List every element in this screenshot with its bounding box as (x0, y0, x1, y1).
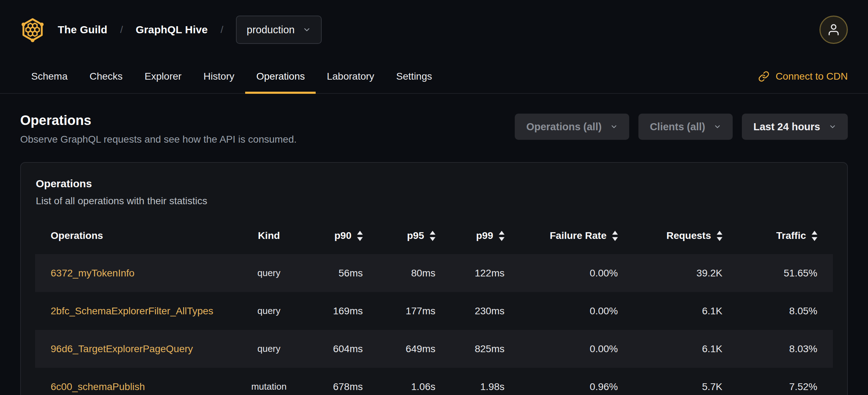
requests-cell: 6.1K (618, 330, 722, 368)
p95-cell: 177ms (363, 292, 435, 330)
clients-filter-label: Clients (all) (650, 121, 705, 133)
sort-arrows-icon (612, 231, 618, 241)
column-header-failure-rate[interactable]: Failure Rate (505, 220, 618, 254)
target-selector-value: production (247, 24, 294, 36)
filters-bar: Operations (all) Clients (all) Last 24 h… (515, 113, 848, 140)
failure-rate-cell: 0.00% (505, 254, 618, 292)
table-row: 6c00_schemaPublish mutation 678ms 1.06s … (35, 368, 833, 395)
breadcrumb-separator: / (221, 24, 224, 35)
p90-cell: 678ms (304, 368, 363, 395)
traffic-cell: 8.03% (722, 330, 833, 368)
requests-cell: 39.2K (618, 254, 722, 292)
connect-to-cdn-link[interactable]: Connect to CDN (758, 59, 848, 93)
table-row: 6372_myTokenInfo query 56ms 80ms 122ms 0… (35, 254, 833, 292)
breadcrumb-separator: / (120, 24, 123, 35)
p90-cell: 56ms (304, 254, 363, 292)
time-range-dropdown[interactable]: Last 24 hours (742, 114, 848, 140)
table-header-row: Operations Kind p90 p95 p99 Failure Rate (35, 220, 833, 254)
chevron-down-icon (303, 25, 311, 34)
traffic-cell: 7.52% (722, 368, 833, 395)
card-subtitle: List of all operations with their statis… (36, 195, 832, 207)
p95-cell: 649ms (363, 330, 435, 368)
column-header-requests[interactable]: Requests (618, 220, 722, 254)
chevron-down-icon (714, 123, 721, 131)
time-range-label: Last 24 hours (753, 121, 820, 133)
requests-cell: 5.7K (618, 368, 722, 395)
sort-arrows-icon (430, 231, 435, 241)
breadcrumb-org[interactable]: The Guild (58, 24, 107, 36)
breadcrumb-project[interactable]: GraphQL Hive (136, 24, 208, 36)
table-row: 96d6_TargetExplorerPageQuery query 604ms… (35, 330, 833, 368)
p99-cell: 1.98s (435, 368, 505, 395)
kind-cell: query (233, 292, 304, 330)
column-header-p90[interactable]: p90 (304, 220, 363, 254)
tab-schema[interactable]: Schema (20, 59, 79, 93)
kind-cell: query (233, 254, 304, 292)
sort-arrows-icon (499, 231, 505, 241)
operation-link[interactable]: 96d6_TargetExplorerPageQuery (51, 343, 193, 354)
failure-rate-cell: 0.96% (505, 368, 618, 395)
user-icon (827, 23, 840, 36)
traffic-cell: 8.05% (722, 292, 833, 330)
column-header-p95[interactable]: p95 (363, 220, 435, 254)
page-title: Operations (20, 113, 297, 128)
sort-arrows-icon (812, 231, 817, 241)
operations-filter-dropdown[interactable]: Operations (all) (515, 114, 629, 140)
sort-arrows-icon (357, 231, 363, 241)
target-selector-dropdown[interactable]: production (236, 16, 321, 44)
table-row: 2bfc_SchemaExplorerFilter_AllTypes query… (35, 292, 833, 330)
operations-filter-label: Operations (all) (526, 121, 602, 133)
page-subtitle: Observe GraphQL requests and see how the… (20, 134, 297, 145)
p99-cell: 122ms (435, 254, 505, 292)
operations-card: Operations List of all operations with t… (20, 162, 848, 395)
sort-arrows-icon (717, 231, 722, 241)
clients-filter-dropdown[interactable]: Clients (all) (638, 114, 733, 140)
kind-cell: mutation (233, 368, 304, 395)
operations-table: Operations Kind p90 p95 p99 Failure Rate (35, 220, 833, 395)
column-header-traffic[interactable]: Traffic (722, 220, 833, 254)
failure-rate-cell: 0.00% (505, 330, 618, 368)
top-bar: The Guild / GraphQL Hive / production (0, 0, 868, 59)
card-title: Operations (36, 178, 832, 190)
main-nav: Schema Checks Explorer History Operation… (0, 59, 868, 94)
p95-cell: 1.06s (363, 368, 435, 395)
column-header-operations: Operations (35, 220, 233, 254)
p90-cell: 604ms (304, 330, 363, 368)
tab-history[interactable]: History (192, 59, 245, 93)
failure-rate-cell: 0.00% (505, 292, 618, 330)
tab-laboratory[interactable]: Laboratory (316, 59, 385, 93)
column-header-kind: Kind (233, 220, 304, 254)
hive-logo-icon[interactable] (20, 17, 45, 42)
operation-link[interactable]: 6c00_schemaPublish (51, 381, 145, 392)
link-icon (758, 71, 770, 82)
column-header-p99[interactable]: p99 (435, 220, 505, 254)
chevron-down-icon (829, 123, 836, 131)
tab-explorer[interactable]: Explorer (134, 59, 192, 93)
kind-cell: query (233, 330, 304, 368)
operation-link[interactable]: 2bfc_SchemaExplorerFilter_AllTypes (51, 305, 213, 316)
p90-cell: 169ms (304, 292, 363, 330)
breadcrumb: The Guild / GraphQL Hive / production (20, 16, 322, 44)
chevron-down-icon (610, 123, 618, 131)
tab-settings[interactable]: Settings (385, 59, 443, 93)
p99-cell: 825ms (435, 330, 505, 368)
p99-cell: 230ms (435, 292, 505, 330)
connect-to-cdn-label: Connect to CDN (776, 71, 848, 82)
p95-cell: 80ms (363, 254, 435, 292)
tab-checks[interactable]: Checks (79, 59, 134, 93)
operation-link[interactable]: 6372_myTokenInfo (51, 268, 135, 279)
user-avatar-button[interactable] (819, 16, 848, 44)
traffic-cell: 51.65% (722, 254, 833, 292)
tab-operations[interactable]: Operations (245, 59, 316, 93)
requests-cell: 6.1K (618, 292, 722, 330)
nav-tabs: Schema Checks Explorer History Operation… (20, 59, 443, 93)
page-header: Operations Observe GraphQL requests and … (0, 94, 868, 145)
